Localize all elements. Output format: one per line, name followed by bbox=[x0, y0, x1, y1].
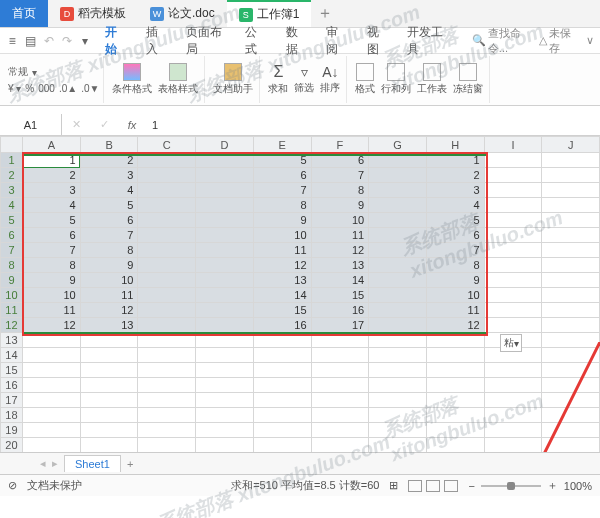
cell[interactable] bbox=[196, 168, 254, 183]
cell[interactable] bbox=[484, 273, 542, 288]
cell[interactable] bbox=[196, 288, 254, 303]
tab-home[interactable]: 首页 bbox=[0, 0, 48, 27]
row-header[interactable]: 9 bbox=[1, 273, 23, 288]
paste-options-button[interactable]: 粘▾ bbox=[500, 334, 522, 352]
cell[interactable] bbox=[138, 393, 196, 408]
cell[interactable] bbox=[80, 408, 138, 423]
cell[interactable] bbox=[253, 408, 311, 423]
row-header[interactable]: 6 bbox=[1, 228, 23, 243]
unsaved-indicator[interactable]: △未保存 bbox=[539, 26, 572, 56]
cell[interactable] bbox=[196, 378, 254, 393]
cell[interactable] bbox=[369, 393, 427, 408]
row-header[interactable]: 18 bbox=[1, 408, 23, 423]
cell[interactable] bbox=[196, 393, 254, 408]
cell[interactable] bbox=[22, 333, 80, 348]
cell[interactable] bbox=[22, 438, 80, 453]
zoom-in-icon[interactable]: ＋ bbox=[547, 478, 558, 493]
cell[interactable]: 9 bbox=[22, 273, 80, 288]
cell[interactable] bbox=[484, 363, 542, 378]
cell[interactable]: 15 bbox=[311, 288, 369, 303]
cell[interactable] bbox=[138, 348, 196, 363]
cell[interactable] bbox=[484, 378, 542, 393]
cell[interactable]: 11 bbox=[253, 243, 311, 258]
cell[interactable] bbox=[80, 393, 138, 408]
row-header[interactable]: 7 bbox=[1, 243, 23, 258]
cell[interactable]: 7 bbox=[426, 243, 484, 258]
cell[interactable]: 6 bbox=[22, 228, 80, 243]
cell[interactable] bbox=[542, 198, 600, 213]
row-header[interactable]: 13 bbox=[1, 333, 23, 348]
cell[interactable] bbox=[138, 378, 196, 393]
row-header[interactable]: 17 bbox=[1, 393, 23, 408]
cell[interactable] bbox=[138, 288, 196, 303]
cell[interactable]: 13 bbox=[253, 273, 311, 288]
cell[interactable]: 2 bbox=[426, 168, 484, 183]
cell[interactable]: 8 bbox=[426, 258, 484, 273]
cell[interactable]: 9 bbox=[311, 198, 369, 213]
cell[interactable]: 1 bbox=[426, 153, 484, 168]
cell[interactable]: 17 bbox=[311, 318, 369, 333]
cell[interactable] bbox=[138, 423, 196, 438]
doc-helper-button[interactable]: 文档助手 bbox=[213, 63, 253, 96]
cell[interactable] bbox=[484, 183, 542, 198]
view-normal-icon[interactable] bbox=[408, 480, 422, 492]
cell[interactable] bbox=[196, 303, 254, 318]
cell[interactable]: 3 bbox=[426, 183, 484, 198]
cell[interactable] bbox=[138, 213, 196, 228]
number-format-select[interactable]: 常规 ▾ bbox=[8, 65, 37, 79]
sort-button[interactable]: A↓排序 bbox=[320, 64, 340, 95]
cell[interactable] bbox=[484, 318, 542, 333]
cell[interactable]: 8 bbox=[80, 243, 138, 258]
cell[interactable]: 13 bbox=[80, 318, 138, 333]
cell[interactable]: 2 bbox=[22, 168, 80, 183]
cell[interactable] bbox=[138, 438, 196, 453]
cell[interactable]: 4 bbox=[22, 198, 80, 213]
cell[interactable]: 3 bbox=[80, 168, 138, 183]
cell[interactable] bbox=[542, 303, 600, 318]
cell[interactable] bbox=[138, 273, 196, 288]
cell[interactable]: 11 bbox=[80, 288, 138, 303]
formula-input[interactable]: 1 bbox=[146, 119, 600, 131]
currency-button[interactable]: ¥ ▾ bbox=[8, 83, 21, 94]
cell[interactable] bbox=[542, 213, 600, 228]
cell[interactable] bbox=[196, 438, 254, 453]
menu-devtools[interactable]: 开发工具 bbox=[399, 24, 452, 58]
cell[interactable]: 2 bbox=[80, 153, 138, 168]
cell[interactable] bbox=[138, 318, 196, 333]
cell[interactable]: 9 bbox=[253, 213, 311, 228]
cell[interactable] bbox=[369, 198, 427, 213]
cell[interactable] bbox=[311, 363, 369, 378]
row-header[interactable]: 8 bbox=[1, 258, 23, 273]
accept-formula-icon[interactable]: ✓ bbox=[90, 118, 118, 131]
cell[interactable] bbox=[484, 168, 542, 183]
cell[interactable]: 6 bbox=[253, 168, 311, 183]
undo-icon[interactable]: ↶ bbox=[43, 33, 55, 49]
cell[interactable] bbox=[138, 228, 196, 243]
col-header[interactable]: F bbox=[311, 137, 369, 153]
cell[interactable] bbox=[426, 423, 484, 438]
menu-insert[interactable]: 插入 bbox=[138, 24, 172, 58]
menu-start[interactable]: 开始 bbox=[97, 24, 131, 58]
cell[interactable]: 10 bbox=[253, 228, 311, 243]
cell[interactable] bbox=[542, 228, 600, 243]
cell[interactable] bbox=[138, 243, 196, 258]
cell[interactable] bbox=[196, 243, 254, 258]
cell[interactable] bbox=[311, 348, 369, 363]
decimal-inc-button[interactable]: .0▲ bbox=[59, 83, 77, 94]
view-switch[interactable] bbox=[408, 480, 458, 492]
cancel-formula-icon[interactable]: ✕ bbox=[62, 118, 90, 131]
cell[interactable] bbox=[196, 318, 254, 333]
col-header[interactable]: C bbox=[138, 137, 196, 153]
cell[interactable] bbox=[138, 303, 196, 318]
cell[interactable]: 10 bbox=[426, 288, 484, 303]
cell[interactable]: 11 bbox=[311, 228, 369, 243]
new-tab-button[interactable]: ＋ bbox=[317, 3, 333, 24]
cell[interactable] bbox=[369, 213, 427, 228]
cell[interactable] bbox=[369, 243, 427, 258]
cell[interactable]: 9 bbox=[80, 258, 138, 273]
cell[interactable] bbox=[542, 273, 600, 288]
app-menu-icon[interactable]: ≡ bbox=[6, 33, 18, 49]
cell[interactable] bbox=[196, 348, 254, 363]
cell[interactable] bbox=[138, 183, 196, 198]
cell[interactable] bbox=[196, 228, 254, 243]
